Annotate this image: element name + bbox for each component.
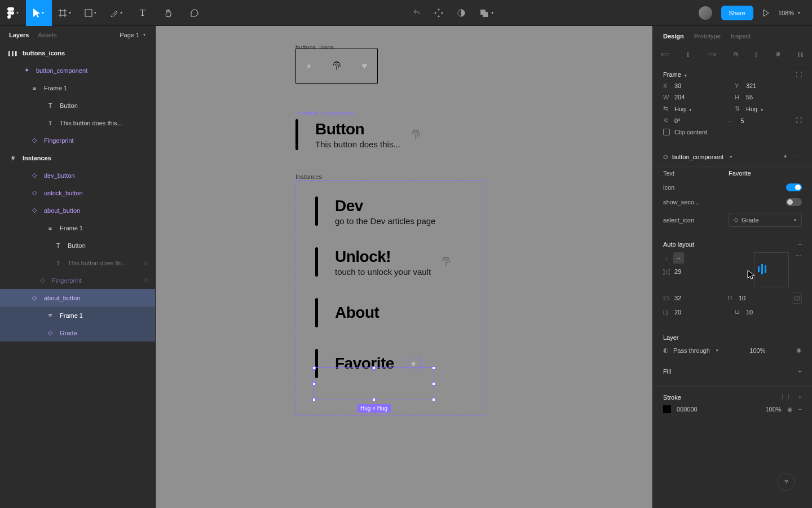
heart-icon: ♥ [361, 61, 367, 71]
remove-stroke-icon[interactable]: − [798, 406, 802, 413]
layer-this-button2[interactable]: TThis button does thi... ⊘ [0, 254, 155, 271]
undo-icon[interactable] [412, 8, 421, 17]
about-button-instance[interactable]: About [315, 298, 486, 327]
clip-content-label: Clip content [674, 129, 707, 135]
add-stroke-icon[interactable]: + [798, 393, 802, 401]
layer-frame1c[interactable]: ≡Frame 1 [0, 306, 155, 324]
layer-fingerprint-b[interactable]: ◇Fingerprint ⊘ [0, 271, 155, 289]
independent-corners-icon[interactable]: ⛶ [796, 117, 802, 124]
hidden-icon[interactable]: ⊘ [143, 277, 148, 284]
clip-content-checkbox[interactable] [663, 129, 670, 135]
layer-dev-button[interactable]: ◇dev_button [0, 167, 155, 184]
alignment-controls[interactable]: ⟸⫿⟹⟰⫿⟱⫿⫿ [653, 46, 812, 64]
h-sizing[interactable]: Hug ▼ [746, 106, 764, 112]
comment-tool[interactable] [182, 0, 208, 26]
layer-opacity[interactable]: 100% [749, 347, 765, 354]
fingerprint-icon [441, 256, 451, 268]
h-input[interactable]: 55 [746, 94, 753, 100]
hand-tool[interactable] [156, 0, 182, 26]
mask-icon[interactable] [457, 8, 466, 17]
shape-tool[interactable]: ▼ [78, 0, 104, 26]
go-to-main-icon[interactable]: ✦ [783, 153, 788, 160]
w-input[interactable]: 204 [674, 94, 685, 100]
cursor [747, 270, 755, 280]
more-icon[interactable]: ⋯ [796, 153, 802, 160]
add-fill-icon[interactable]: + [798, 368, 802, 375]
figma-menu[interactable]: ▼ [0, 0, 26, 26]
button-title: Button [315, 120, 400, 138]
boolean-icon[interactable]: ▼ [479, 8, 494, 17]
prop-text-value[interactable]: Favorite [729, 170, 802, 177]
x-input[interactable]: 30 [674, 82, 681, 89]
layer-button-b[interactable]: TButton [0, 237, 155, 254]
pad-bottom-input[interactable]: 10 [746, 309, 753, 316]
pad-right-input[interactable]: 10 [739, 295, 745, 301]
more-options-icon[interactable]: ⋯ [796, 252, 802, 260]
layer-frame1[interactable]: ≡Frame 1 [0, 79, 155, 97]
fill-title: Fill [663, 368, 671, 375]
unlock-button-instance[interactable]: Unlock! touch to unlock your vault [315, 247, 486, 277]
avatar[interactable] [699, 6, 712, 20]
stroke-hex[interactable]: 000000 [677, 406, 698, 413]
layer-this-button[interactable]: TThis button does this... [0, 114, 155, 132]
stroke-visibility-icon[interactable]: ◉ [787, 406, 793, 413]
stroke-style-icon[interactable]: ⋮⋮ [779, 393, 792, 401]
layer-instances[interactable]: #Instances [0, 149, 155, 167]
zoom-control[interactable]: 108%▼ [778, 10, 801, 16]
star-icon: ★ [306, 63, 312, 70]
fingerprint-icon [411, 129, 421, 141]
canvas[interactable]: buttons_icons ★ ♥ ✦ button_component But… [156, 26, 652, 508]
prop-icon-toggle[interactable] [786, 183, 802, 191]
text-tool[interactable]: T [130, 0, 156, 26]
frame-tool[interactable]: ▼ [52, 0, 78, 26]
tab-design[interactable]: Design [663, 33, 684, 40]
tab-prototype[interactable]: Prototype [694, 33, 721, 40]
independent-padding-icon[interactable]: ◫ [792, 292, 802, 304]
radius-input[interactable]: 5 [741, 117, 744, 124]
y-input[interactable]: 321 [746, 82, 756, 89]
page-selector[interactable]: Page 1▼ [120, 32, 146, 38]
component-icon[interactable] [434, 8, 443, 17]
buttons-icons-frame[interactable]: ★ ♥ [295, 49, 378, 84]
spacing-input[interactable]: 29 [674, 268, 681, 275]
resize-fit-icon[interactable]: ⛶ [796, 71, 802, 78]
rotation-input[interactable]: 0° [674, 117, 681, 124]
remove-autolayout-icon[interactable]: − [798, 241, 802, 248]
layer-unlock-button[interactable]: ◇unlock_button [0, 184, 155, 202]
direction-vertical[interactable]: ↓ [663, 252, 671, 264]
stroke-swatch[interactable] [663, 405, 671, 413]
tab-layers[interactable]: Layers [9, 32, 29, 38]
prop-show-toggle[interactable] [786, 198, 802, 206]
layer-about-button[interactable]: ◇about_button [0, 202, 155, 219]
move-tool[interactable]: ▼ [26, 0, 52, 26]
present-icon[interactable] [762, 9, 769, 17]
layer-fingerprint[interactable]: ◇Fingerprint [0, 132, 155, 149]
prop-select-icon[interactable]: ◇Grade ▼ [729, 213, 802, 227]
layer-buttons-icons[interactable]: ⫿⫿⫿buttons_icons [0, 44, 155, 62]
frame-section[interactable]: Frame ▼ [663, 71, 687, 78]
help-button[interactable]: ? [777, 473, 795, 491]
direction-horizontal[interactable]: → [673, 252, 684, 264]
tab-assets[interactable]: Assets [38, 32, 56, 38]
tab-inspect[interactable]: Inspect [731, 33, 751, 40]
share-button[interactable]: Share [721, 6, 753, 20]
stroke-opacity[interactable]: 100% [765, 406, 781, 413]
hidden-icon[interactable]: ⊘ [143, 259, 148, 266]
dev-button-instance[interactable]: Dev go to the Dev articles page [315, 196, 486, 226]
prop-text-label: Text [663, 170, 674, 177]
prop-select-label: select_icon [663, 217, 694, 224]
w-sizing[interactable]: Hug ▼ [674, 106, 692, 112]
alignment-box[interactable] [754, 252, 789, 287]
layer-button-component[interactable]: ✦button_component [0, 62, 155, 79]
pad-left-input[interactable]: 32 [674, 295, 681, 301]
layer-about-button2[interactable]: ◇about_button [0, 289, 155, 306]
pen-tool[interactable]: ▼ [104, 0, 130, 26]
pad-top-input[interactable]: 20 [674, 309, 681, 316]
layer-grade[interactable]: ◇Grade [0, 324, 155, 341]
button-component-master[interactable]: Button This button does this... [295, 119, 421, 150]
layer-button-text[interactable]: TButton [0, 97, 155, 114]
instance-name[interactable]: button_component [672, 154, 723, 160]
visibility-icon[interactable]: ◉ [796, 347, 802, 354]
layer-frame1b[interactable]: ≡Frame 1 [0, 219, 155, 237]
blend-mode[interactable]: Pass through [673, 347, 710, 354]
